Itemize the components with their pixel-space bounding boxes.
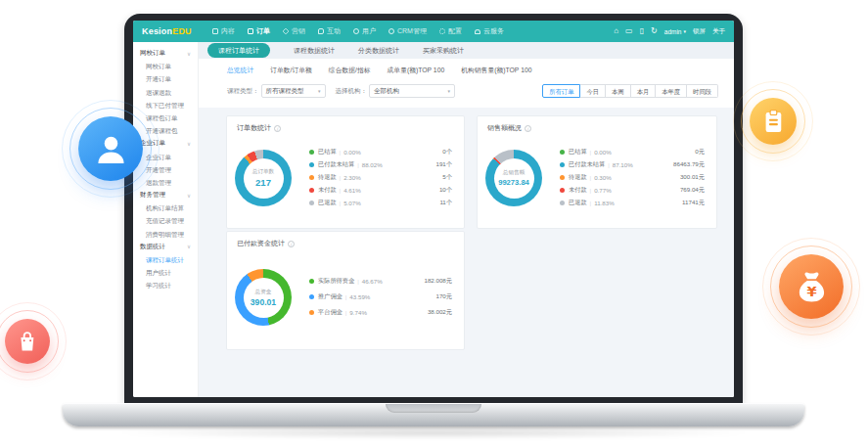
menu-item-label: 用户: [362, 26, 376, 36]
card-title: 已付款资金统计: [237, 239, 285, 248]
sidebar-group-header[interactable]: 财务管理∨: [133, 189, 198, 201]
legend-item[interactable]: 已付款未结算|87.10%86463.79元: [560, 158, 705, 171]
date-range-button[interactable]: 今日: [580, 84, 606, 98]
date-range-button[interactable]: 时间段: [687, 84, 718, 98]
legend-item[interactable]: 已结算|0.00%0个: [309, 146, 452, 158]
date-range-button[interactable]: 本周: [606, 84, 631, 98]
sidebar-item[interactable]: 线下已付管理: [133, 99, 198, 112]
menu-item-cloud[interactable]: 云服务: [475, 26, 504, 36]
laptop-notch: [386, 404, 481, 413]
legend-item[interactable]: 实际所得资金|46.67%182.008元: [309, 273, 452, 289]
chart-legend: 已结算|0.00%0元已付款未结算|87.10%86463.79元待退款|0.3…: [560, 146, 705, 209]
menu-item-settings[interactable]: 配置: [439, 26, 462, 36]
sales-amount-card: 销售额概况i 总销售额 99273.84 已结算|0.00%0元已付款未结算|8…: [477, 115, 717, 229]
sidebar-group-header[interactable]: 网校订单∨: [133, 47, 198, 60]
legend-separator: |: [340, 200, 342, 206]
sidebar-item[interactable]: 机构订单结算: [133, 201, 198, 214]
menu-item-order[interactable]: 订单: [248, 26, 270, 36]
info-icon: i: [274, 125, 281, 132]
sub-tab[interactable]: 总览统计: [227, 66, 253, 75]
phone-icon[interactable]: ▯: [640, 27, 644, 35]
money-bag-badge-icon: ¥: [779, 254, 844, 319]
legend-percent: 88.02%: [362, 161, 383, 168]
legend-item[interactable]: 推广佣金|43.59%170元: [309, 289, 452, 304]
legend-separator: |: [608, 161, 610, 168]
legend-value: 0元: [695, 148, 705, 156]
legend-item[interactable]: 平台佣金|9.74%38.002元: [309, 304, 452, 320]
sub-tab[interactable]: 成单量(额)TOP 100: [388, 66, 445, 75]
legend-separator: |: [357, 278, 359, 285]
content-icon: [212, 28, 218, 34]
legend-name: 平台佣金: [318, 308, 343, 317]
legend-item[interactable]: 已结算|0.00%0元: [560, 146, 705, 158]
sidebar-item[interactable]: 课程订单统计: [133, 253, 198, 266]
menu-item-label: 订单: [256, 26, 270, 36]
date-range-button[interactable]: 本月: [631, 84, 657, 98]
menu-item-content[interactable]: 内容: [212, 26, 235, 36]
page-tab[interactable]: 课程数据统计: [294, 46, 335, 56]
donut-center: 总销售额 99273.84: [494, 158, 534, 199]
legend-dot-icon: [560, 162, 565, 167]
sidebar-item[interactable]: 退课退款: [133, 86, 198, 99]
user-icon: [353, 28, 359, 34]
legend-item[interactable]: 待退款|0.30%300.01元: [560, 171, 705, 184]
date-range-button[interactable]: 本年度: [656, 84, 687, 98]
sync-icon[interactable]: ↻: [651, 27, 658, 35]
course-type-value: 所有课程类型: [266, 87, 304, 96]
legend-item[interactable]: 已退款|5.07%11个: [309, 197, 452, 209]
sidebar-item[interactable]: 充值记录管理: [133, 214, 198, 227]
menu-item-interaction[interactable]: 互动: [318, 26, 341, 36]
legend-item[interactable]: 已退款|11.83%11741元: [560, 197, 705, 209]
page-tab[interactable]: 分类数据统计: [358, 46, 399, 56]
sub-tab[interactable]: 机构销售量(额)TOP 100: [461, 66, 531, 75]
sidebar-group-header[interactable]: 数据统计∨: [133, 241, 198, 253]
legend-item[interactable]: 未付款|4.61%10个: [309, 184, 452, 197]
legend-item[interactable]: 待退款|2.30%5个: [309, 171, 452, 184]
legend-value: 5个: [442, 173, 452, 182]
sidebar-item[interactable]: 网校订单: [133, 60, 198, 72]
menu-item-marketing[interactable]: 营销: [283, 26, 305, 36]
legend-value: 182.008元: [424, 277, 452, 286]
date-range-group: 所有订单今日本周本月本年度时间段: [542, 84, 718, 98]
sidebar-item[interactable]: 消费明细管理: [133, 228, 198, 241]
legend-name: 待退款: [318, 173, 337, 182]
org-label: 选择机构：: [336, 87, 368, 96]
page-tab[interactable]: 课程订单统计: [207, 43, 270, 58]
org-select[interactable]: 全部机构 ▾: [369, 84, 455, 98]
legend-separator: |: [340, 149, 342, 156]
legend-dot-icon: [309, 162, 314, 167]
settings-icon: [439, 28, 445, 34]
sidebar-item[interactable]: 开通订单: [133, 72, 198, 85]
topbar-link-0[interactable]: 锁屏: [693, 27, 706, 36]
interaction-icon: [318, 28, 324, 34]
legend-value: 0个: [442, 148, 452, 156]
sub-tab[interactable]: 综合数据/指标: [329, 66, 371, 75]
org-value: 全部机构: [374, 87, 399, 96]
home-icon[interactable]: ⌂: [614, 27, 618, 35]
page-tab[interactable]: 买家采购统计: [423, 46, 464, 56]
laptop-base: [63, 403, 804, 426]
main-content: 总览统计订单数/订单额综合数据/指标成单量(额)TOP 100机构销售量(额)T…: [199, 59, 734, 397]
page-tabs: 课程订单统计课程数据统计分类数据统计买家采购统计: [199, 42, 734, 59]
menu-item-crm[interactable]: CRM管理: [388, 26, 427, 36]
date-range-button[interactable]: 所有订单: [542, 84, 580, 98]
monitor-icon[interactable]: ▭: [625, 27, 633, 35]
chevron-down-icon: ∨: [187, 141, 191, 147]
legend-item[interactable]: 已付款未结算|88.02%191个: [309, 158, 452, 171]
legend-value: 10个: [439, 186, 452, 195]
course-type-select[interactable]: 所有课程类型 ▾: [261, 84, 326, 98]
donut-center-label: 总销售额: [503, 169, 525, 177]
topbar-link-1[interactable]: 关于: [712, 27, 725, 36]
sidebar-item[interactable]: 学习统计: [133, 279, 198, 291]
legend-dot-icon: [309, 294, 314, 299]
menu-item-user[interactable]: 用户: [353, 26, 376, 36]
legend-separator: |: [590, 187, 592, 194]
donut-center-label: 总资金: [255, 289, 272, 296]
sidebar-item[interactable]: 用户统计: [133, 266, 198, 279]
course-type-label: 课程类型：: [227, 87, 259, 96]
sub-tab[interactable]: 订单数/订单额: [270, 66, 312, 75]
legend-name: 未付款: [569, 186, 587, 195]
user-menu[interactable]: admin▾: [664, 28, 686, 35]
legend-item[interactable]: 未付款|0.77%769.04元: [560, 184, 705, 197]
menu-item-label: 云服务: [483, 26, 504, 36]
